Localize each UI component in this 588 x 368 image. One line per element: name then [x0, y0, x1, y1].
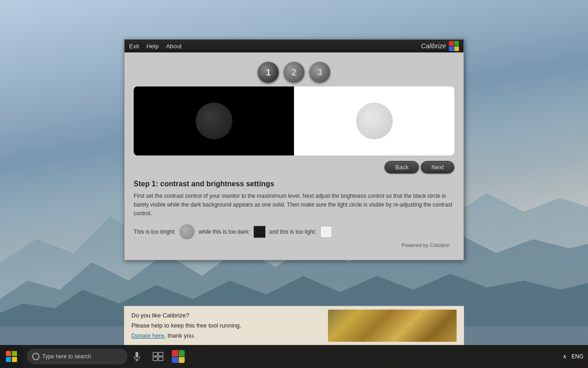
ad-line3: Donate here, thank you.: [131, 331, 323, 341]
ad-suffix: , thank you.: [164, 332, 195, 339]
too-dark-label: while this is too dark:: [198, 229, 249, 235]
step-title: Step 1: contrast and brightness settings: [134, 180, 454, 188]
preview-panel: [134, 86, 454, 155]
taskbar-search-bar[interactable]: Type here to search: [27, 349, 128, 364]
footer: Powered by Colorjinn: [134, 240, 454, 251]
ad-banner: Do you like Calibrize? Please help to ke…: [124, 306, 464, 345]
app-title: Calibrize: [421, 42, 446, 50]
too-light-label: and this is too light:: [269, 229, 317, 235]
language-indicator: ENG: [571, 353, 583, 360]
calibrize-taskbar-icon: [172, 350, 185, 363]
main-content: 1 2 3 Back Next Step 1: contrast and bri…: [124, 52, 464, 260]
ad-image: [328, 310, 457, 342]
logo-red: [449, 41, 454, 46]
exit-menu-item[interactable]: Exit: [129, 43, 139, 50]
search-placeholder: Type here to search: [42, 353, 91, 360]
task-view-button[interactable]: [148, 345, 168, 368]
step-1-badge[interactable]: 1: [258, 62, 279, 83]
svg-rect-10: [158, 357, 163, 361]
start-button[interactable]: [0, 345, 23, 368]
mic-button[interactable]: [128, 345, 146, 368]
svg-rect-4: [136, 352, 138, 357]
coin-art: [328, 310, 457, 342]
back-button[interactable]: Back: [384, 161, 419, 173]
calibrize-taskbar-button[interactable]: [168, 345, 188, 368]
light-circle: [356, 103, 393, 139]
light-preview: [294, 86, 454, 155]
taskbar-right-area: ∧ ENG: [563, 353, 588, 360]
ad-line2-text: Please help to keep this free tool runni…: [131, 322, 241, 329]
taskbar-pinned-apps: [148, 345, 188, 368]
svg-rect-7: [153, 352, 158, 356]
task-view-icon: [153, 352, 164, 361]
samples-row: This is too bright: while this is too da…: [134, 224, 454, 240]
steps-indicator: 1 2 3: [134, 62, 454, 83]
windows-logo-icon: [6, 351, 17, 362]
app-window: Exit Help About Calibrize 1 2 3: [124, 39, 464, 260]
svg-rect-8: [158, 352, 163, 356]
step-3-badge[interactable]: 3: [309, 62, 330, 83]
next-button[interactable]: Next: [421, 161, 454, 173]
taskbar: Type here to search: [0, 345, 588, 368]
desktop: Exit Help About Calibrize 1 2 3: [0, 0, 588, 368]
search-icon: [32, 353, 40, 360]
about-menu-item[interactable]: About: [166, 43, 181, 50]
microphone-icon: [133, 352, 141, 361]
dark-preview: [134, 86, 294, 155]
light-sample: [320, 226, 332, 238]
title-bar-right: Calibrize: [421, 41, 459, 51]
show-hidden-icons-btn[interactable]: ∧: [563, 353, 567, 360]
ad-text: Do you like Calibrize? Please help to ke…: [131, 310, 323, 341]
help-menu-item[interactable]: Help: [147, 43, 159, 50]
logo-yellow: [454, 46, 459, 52]
too-bright-label: This is too bright:: [134, 229, 175, 235]
ad-line1: Do you like Calibrize?: [131, 310, 323, 321]
nav-buttons: Back Next: [134, 161, 454, 173]
dark-circle: [196, 103, 232, 139]
ad-line2: Please help to keep this free tool runni…: [131, 321, 323, 331]
bright-sample: [179, 224, 195, 240]
dark-sample: [254, 226, 266, 238]
step-description: First set the contrast control of your m…: [134, 192, 454, 218]
title-bar: Exit Help About Calibrize: [124, 40, 464, 52]
logo-green: [454, 41, 459, 46]
step-2-badge[interactable]: 2: [283, 62, 305, 83]
logo-blue: [449, 46, 454, 52]
donate-link[interactable]: Donate here: [131, 332, 164, 339]
calibrize-logo: [449, 41, 459, 51]
menu-bar: Exit Help About: [129, 43, 181, 50]
powered-by-label: Powered by Colorjinn: [401, 242, 450, 248]
svg-rect-9: [153, 357, 158, 361]
